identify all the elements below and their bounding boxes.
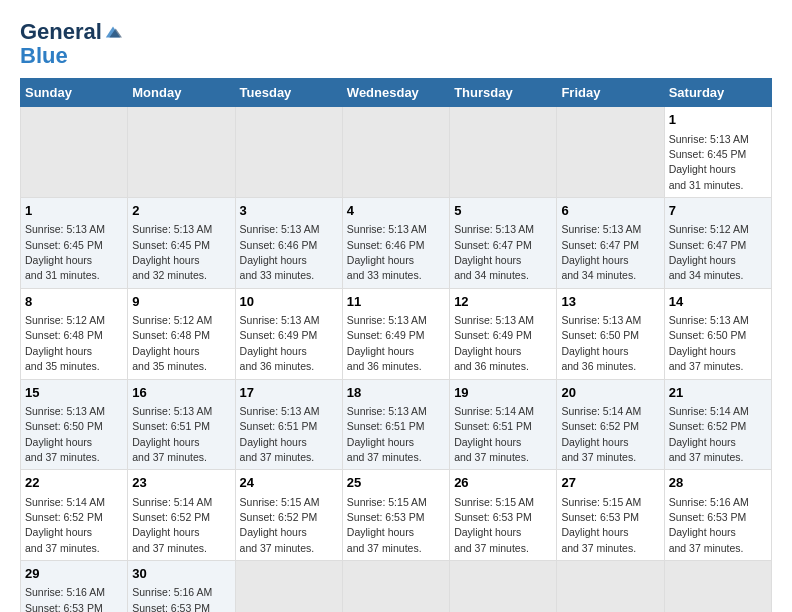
day-number: 18 — [347, 384, 445, 402]
day-number: 22 — [25, 474, 123, 492]
calendar-cell — [342, 561, 449, 612]
logo-blue: Blue — [20, 43, 68, 68]
day-info: Sunrise: 5:16 AMSunset: 6:53 PMDaylight … — [132, 586, 212, 612]
calendar-cell: 28Sunrise: 5:16 AMSunset: 6:53 PMDayligh… — [664, 470, 771, 561]
weekday-header-saturday: Saturday — [664, 79, 771, 107]
day-number: 9 — [132, 293, 230, 311]
calendar-header: SundayMondayTuesdayWednesdayThursdayFrid… — [21, 79, 772, 107]
week-row-1: 1Sunrise: 5:13 AMSunset: 6:45 PMDaylight… — [21, 107, 772, 198]
day-number: 7 — [669, 202, 767, 220]
logo-icon — [104, 23, 122, 41]
day-info: Sunrise: 5:16 AMSunset: 6:53 PMDaylight … — [669, 496, 749, 554]
calendar-cell: 30Sunrise: 5:16 AMSunset: 6:53 PMDayligh… — [128, 561, 235, 612]
day-number: 26 — [454, 474, 552, 492]
day-info: Sunrise: 5:13 AMSunset: 6:50 PMDaylight … — [25, 405, 105, 463]
day-info: Sunrise: 5:14 AMSunset: 6:52 PMDaylight … — [25, 496, 105, 554]
weekday-header-sunday: Sunday — [21, 79, 128, 107]
day-number: 1 — [25, 202, 123, 220]
calendar-cell — [450, 107, 557, 198]
calendar-cell — [557, 107, 664, 198]
calendar-body: 1Sunrise: 5:13 AMSunset: 6:45 PMDaylight… — [21, 107, 772, 612]
day-info: Sunrise: 5:13 AMSunset: 6:45 PMDaylight … — [669, 133, 749, 191]
calendar-cell — [450, 561, 557, 612]
calendar-cell: 8Sunrise: 5:12 AMSunset: 6:48 PMDaylight… — [21, 288, 128, 379]
calendar-cell — [557, 561, 664, 612]
calendar-cell: 4Sunrise: 5:13 AMSunset: 6:46 PMDaylight… — [342, 198, 449, 289]
day-number: 19 — [454, 384, 552, 402]
day-info: Sunrise: 5:13 AMSunset: 6:45 PMDaylight … — [132, 223, 212, 281]
day-info: Sunrise: 5:13 AMSunset: 6:47 PMDaylight … — [454, 223, 534, 281]
calendar-cell: 15Sunrise: 5:13 AMSunset: 6:50 PMDayligh… — [21, 379, 128, 470]
day-info: Sunrise: 5:12 AMSunset: 6:48 PMDaylight … — [25, 314, 105, 372]
day-number: 25 — [347, 474, 445, 492]
day-info: Sunrise: 5:12 AMSunset: 6:48 PMDaylight … — [132, 314, 212, 372]
day-number: 13 — [561, 293, 659, 311]
logo-general: General — [20, 20, 102, 44]
week-row-4: 15Sunrise: 5:13 AMSunset: 6:50 PMDayligh… — [21, 379, 772, 470]
calendar-cell: 16Sunrise: 5:13 AMSunset: 6:51 PMDayligh… — [128, 379, 235, 470]
weekday-header-thursday: Thursday — [450, 79, 557, 107]
day-info: Sunrise: 5:13 AMSunset: 6:49 PMDaylight … — [347, 314, 427, 372]
calendar-cell: 27Sunrise: 5:15 AMSunset: 6:53 PMDayligh… — [557, 470, 664, 561]
day-number: 10 — [240, 293, 338, 311]
calendar-cell: 18Sunrise: 5:13 AMSunset: 6:51 PMDayligh… — [342, 379, 449, 470]
day-number: 20 — [561, 384, 659, 402]
logo: General Blue — [20, 20, 122, 68]
weekday-header-tuesday: Tuesday — [235, 79, 342, 107]
calendar-cell — [664, 561, 771, 612]
calendar-cell: 24Sunrise: 5:15 AMSunset: 6:52 PMDayligh… — [235, 470, 342, 561]
calendar-cell: 26Sunrise: 5:15 AMSunset: 6:53 PMDayligh… — [450, 470, 557, 561]
weekday-header-wednesday: Wednesday — [342, 79, 449, 107]
calendar-cell — [128, 107, 235, 198]
day-number: 15 — [25, 384, 123, 402]
day-number: 5 — [454, 202, 552, 220]
weekday-header-monday: Monday — [128, 79, 235, 107]
calendar-cell: 14Sunrise: 5:13 AMSunset: 6:50 PMDayligh… — [664, 288, 771, 379]
day-info: Sunrise: 5:14 AMSunset: 6:52 PMDaylight … — [669, 405, 749, 463]
day-info: Sunrise: 5:13 AMSunset: 6:49 PMDaylight … — [454, 314, 534, 372]
calendar-cell: 3Sunrise: 5:13 AMSunset: 6:46 PMDaylight… — [235, 198, 342, 289]
calendar-cell: 10Sunrise: 5:13 AMSunset: 6:49 PMDayligh… — [235, 288, 342, 379]
day-number: 24 — [240, 474, 338, 492]
day-info: Sunrise: 5:14 AMSunset: 6:52 PMDaylight … — [132, 496, 212, 554]
day-number: 29 — [25, 565, 123, 583]
day-info: Sunrise: 5:13 AMSunset: 6:51 PMDaylight … — [347, 405, 427, 463]
calendar-cell: 1Sunrise: 5:13 AMSunset: 6:45 PMDaylight… — [664, 107, 771, 198]
calendar-cell: 9Sunrise: 5:12 AMSunset: 6:48 PMDaylight… — [128, 288, 235, 379]
calendar-cell: 21Sunrise: 5:14 AMSunset: 6:52 PMDayligh… — [664, 379, 771, 470]
day-info: Sunrise: 5:13 AMSunset: 6:45 PMDaylight … — [25, 223, 105, 281]
calendar-cell — [235, 561, 342, 612]
day-number: 2 — [132, 202, 230, 220]
calendar-table: SundayMondayTuesdayWednesdayThursdayFrid… — [20, 78, 772, 612]
day-info: Sunrise: 5:13 AMSunset: 6:50 PMDaylight … — [669, 314, 749, 372]
calendar-cell: 25Sunrise: 5:15 AMSunset: 6:53 PMDayligh… — [342, 470, 449, 561]
day-info: Sunrise: 5:13 AMSunset: 6:47 PMDaylight … — [561, 223, 641, 281]
day-info: Sunrise: 5:15 AMSunset: 6:52 PMDaylight … — [240, 496, 320, 554]
calendar-cell: 29Sunrise: 5:16 AMSunset: 6:53 PMDayligh… — [21, 561, 128, 612]
page-header: General Blue — [20, 20, 772, 68]
calendar-cell: 7Sunrise: 5:12 AMSunset: 6:47 PMDaylight… — [664, 198, 771, 289]
day-number: 16 — [132, 384, 230, 402]
day-info: Sunrise: 5:13 AMSunset: 6:49 PMDaylight … — [240, 314, 320, 372]
day-info: Sunrise: 5:15 AMSunset: 6:53 PMDaylight … — [454, 496, 534, 554]
day-number: 23 — [132, 474, 230, 492]
day-info: Sunrise: 5:13 AMSunset: 6:51 PMDaylight … — [240, 405, 320, 463]
day-number: 4 — [347, 202, 445, 220]
day-info: Sunrise: 5:13 AMSunset: 6:50 PMDaylight … — [561, 314, 641, 372]
day-info: Sunrise: 5:13 AMSunset: 6:46 PMDaylight … — [240, 223, 320, 281]
day-info: Sunrise: 5:16 AMSunset: 6:53 PMDaylight … — [25, 586, 105, 612]
weekday-header-friday: Friday — [557, 79, 664, 107]
day-number: 28 — [669, 474, 767, 492]
calendar-cell: 17Sunrise: 5:13 AMSunset: 6:51 PMDayligh… — [235, 379, 342, 470]
calendar-cell — [21, 107, 128, 198]
calendar-cell: 2Sunrise: 5:13 AMSunset: 6:45 PMDaylight… — [128, 198, 235, 289]
calendar-cell: 6Sunrise: 5:13 AMSunset: 6:47 PMDaylight… — [557, 198, 664, 289]
day-info: Sunrise: 5:14 AMSunset: 6:51 PMDaylight … — [454, 405, 534, 463]
day-number: 27 — [561, 474, 659, 492]
weekday-row: SundayMondayTuesdayWednesdayThursdayFrid… — [21, 79, 772, 107]
calendar-cell: 19Sunrise: 5:14 AMSunset: 6:51 PMDayligh… — [450, 379, 557, 470]
day-number: 6 — [561, 202, 659, 220]
day-info: Sunrise: 5:15 AMSunset: 6:53 PMDaylight … — [347, 496, 427, 554]
calendar-cell: 11Sunrise: 5:13 AMSunset: 6:49 PMDayligh… — [342, 288, 449, 379]
day-info: Sunrise: 5:15 AMSunset: 6:53 PMDaylight … — [561, 496, 641, 554]
